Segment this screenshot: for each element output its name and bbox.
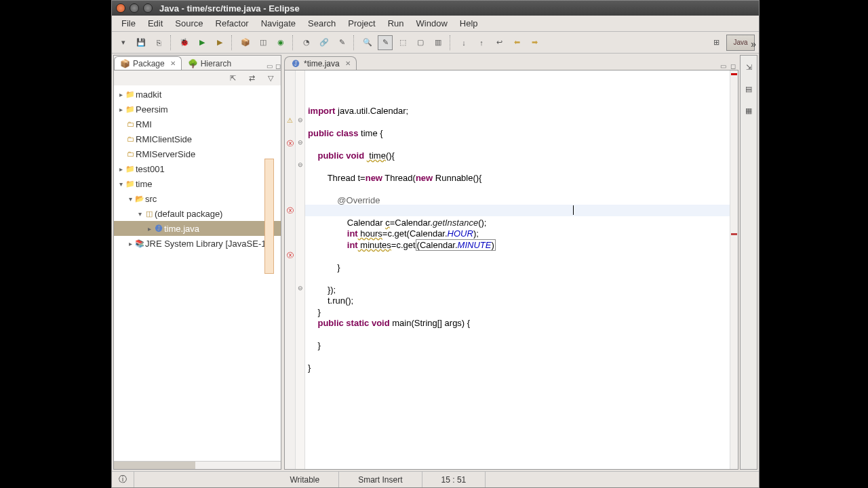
editor-area: 🅙*time.java✕ ▭ ◻ ⚠ ⓧ ⓧ ⓧ [284, 55, 738, 470]
tasks-icon[interactable]: ▦ [741, 103, 756, 118]
statusbar: ⓘ Writable Smart Insert 15 : 51 [112, 471, 759, 487]
toggle-block-icon[interactable]: ▥ [431, 35, 446, 50]
fast-view-bar: ⇲ ▤ ▦ [740, 55, 757, 470]
package-explorer-toolbar: ⇱ ⇄ ▽ [114, 70, 281, 85]
project-rmi[interactable]: 🗀RMI [114, 117, 281, 131]
editor-tab-time[interactable]: 🅙*time.java✕ [284, 56, 357, 70]
toggle-breadcrumb-icon[interactable]: ⬚ [395, 35, 410, 50]
project-time[interactable]: ▾📁time [114, 176, 281, 191]
window-title: Java - time/src/time.java - Eclipse [159, 3, 300, 14]
status-cursor-position: 15 : 51 [422, 472, 486, 487]
restore-icon[interactable]: ⇲ [741, 60, 756, 75]
project-test001[interactable]: ▸📁test001 [114, 161, 281, 176]
code-content[interactable]: import java.util.Calendar; public class … [305, 70, 730, 469]
menu-run[interactable]: Run [382, 17, 410, 30]
back-icon[interactable]: ⬅ [509, 35, 524, 50]
brush-icon[interactable]: ✎ [334, 35, 349, 50]
save-icon[interactable]: 💾 [134, 35, 149, 50]
editor-tabs: 🅙*time.java✕ ▭ ◻ [284, 55, 738, 70]
package-explorer-tab[interactable]: 📦 Package✕ [114, 56, 182, 70]
maximize-view-icon[interactable]: ◻ [275, 62, 281, 70]
next-annotation-icon[interactable]: ↓ [456, 35, 471, 50]
run-icon[interactable]: ▶ [195, 35, 210, 50]
project-rmiserver[interactable]: 🗀RMIServerSide [114, 146, 281, 161]
link-icon[interactable]: 🔗 [317, 35, 332, 50]
menu-file[interactable]: File [116, 17, 141, 30]
separator [353, 35, 356, 50]
eclipse-window: » Java - time/src/time.java - Eclipse Fi… [111, 0, 760, 488]
project-rmiclient[interactable]: 🗀RMIClientSide [114, 131, 281, 146]
maximize-editor-icon[interactable]: ◻ [730, 62, 736, 70]
maximize-icon[interactable] [143, 3, 153, 13]
minimize-icon[interactable] [130, 3, 139, 13]
status-writable: Writable [271, 472, 339, 487]
prev-annotation-icon[interactable]: ↑ [474, 35, 489, 50]
close-tab-icon[interactable]: ✕ [345, 60, 351, 67]
main-area: 📦 Package✕ 🌳 Hierarch ▭ ◻ ⇱ ⇄ ▽ ▸📁madkit… [112, 54, 759, 471]
open-task-icon[interactable]: ◔ [299, 35, 314, 50]
marker-gutter[interactable]: ⚠ ⓧ ⓧ ⓧ [285, 70, 296, 469]
run-ext-icon[interactable]: ▶ [212, 35, 227, 50]
time-java-file[interactable]: ▸🅙time.java [114, 221, 281, 236]
search-icon[interactable]: 🔍 [360, 35, 375, 50]
open-perspective-icon[interactable]: ⊞ [709, 35, 724, 50]
side-tabs: 📦 Package✕ 🌳 Hierarch ▭ ◻ [114, 56, 281, 70]
default-package[interactable]: ▾◫(default package) [114, 206, 281, 221]
menu-help[interactable]: Help [454, 17, 484, 30]
project-madkit[interactable]: ▸📁madkit [114, 87, 281, 102]
new-class-icon[interactable]: ◉ [273, 35, 288, 50]
view-menu-icon[interactable]: ▽ [263, 70, 278, 85]
horizontal-scrollbar[interactable] [114, 461, 281, 469]
toolbar-chevron-icon[interactable]: » [751, 39, 756, 49]
new-package-icon[interactable]: 📦 [238, 35, 253, 50]
src-folder[interactable]: ▾📂src [114, 191, 281, 206]
new-type-icon[interactable]: ◫ [256, 35, 271, 50]
separator [450, 35, 452, 50]
overview-ruler[interactable] [730, 70, 738, 469]
menu-edit[interactable]: Edit [142, 17, 168, 30]
menu-project[interactable]: Project [342, 17, 380, 30]
close-icon[interactable] [116, 3, 125, 13]
print-icon[interactable]: ⎘ [151, 35, 166, 50]
menu-search[interactable]: Search [302, 17, 341, 30]
menu-refactor[interactable]: Refactor [210, 17, 254, 30]
forward-icon[interactable]: ➡ [527, 35, 542, 50]
separator [231, 35, 234, 50]
separator [170, 35, 173, 50]
toggle-highlight-icon[interactable]: ✎ [378, 35, 393, 50]
menubar: File Edit Source Refactor Navigate Searc… [112, 16, 759, 32]
package-explorer-view: 📦 Package✕ 🌳 Hierarch ▭ ◻ ⇱ ⇄ ▽ ▸📁madkit… [113, 55, 281, 470]
link-editor-icon[interactable]: ⇄ [244, 70, 259, 85]
menu-window[interactable]: Window [411, 17, 453, 30]
error-range-marker [264, 159, 274, 274]
fold-gutter[interactable]: ⊖ ⊖ ⊖ ⊖ [296, 70, 305, 469]
status-icon: ⓘ [112, 472, 134, 487]
close-view-icon[interactable]: ✕ [170, 60, 176, 67]
debug-icon[interactable]: 🐞 [177, 35, 192, 50]
titlebar[interactable]: Java - time/src/time.java - Eclipse [112, 1, 759, 16]
project-tree[interactable]: ▸📁madkit ▸📁Peersim 🗀RMI 🗀RMIClientSide 🗀… [114, 85, 281, 461]
status-insert-mode: Smart Insert [339, 472, 422, 487]
project-peersim[interactable]: ▸📁Peersim [114, 102, 281, 117]
collapse-all-icon[interactable]: ⇱ [225, 70, 240, 85]
code-editor[interactable]: ⚠ ⓧ ⓧ ⓧ ⊖ ⊖ ⊖ ⊖ [284, 70, 738, 470]
hierarchy-tab[interactable]: 🌳 Hierarch [182, 56, 237, 70]
minimize-editor-icon[interactable]: ▭ [720, 62, 726, 70]
new-icon[interactable]: ▾ [116, 35, 131, 50]
outline-icon[interactable]: ▤ [741, 81, 756, 96]
minimize-view-icon[interactable]: ▭ [267, 62, 273, 70]
jre-library[interactable]: ▸📚JRE System Library [JavaSE-1.6 [114, 236, 281, 251]
toolbar: ▾ 💾 ⎘ 🐞 ▶ ▶ 📦 ◫ ◉ ◔ 🔗 ✎ 🔍 ✎ ⬚ ▢ ▥ ↓ ↑ ↩ … [112, 32, 759, 54]
menu-source[interactable]: Source [170, 17, 208, 30]
last-edit-icon[interactable]: ↩ [492, 35, 507, 50]
separator [292, 35, 295, 50]
toggle-mark-icon[interactable]: ▢ [413, 35, 428, 50]
menu-navigate[interactable]: Navigate [256, 17, 301, 30]
